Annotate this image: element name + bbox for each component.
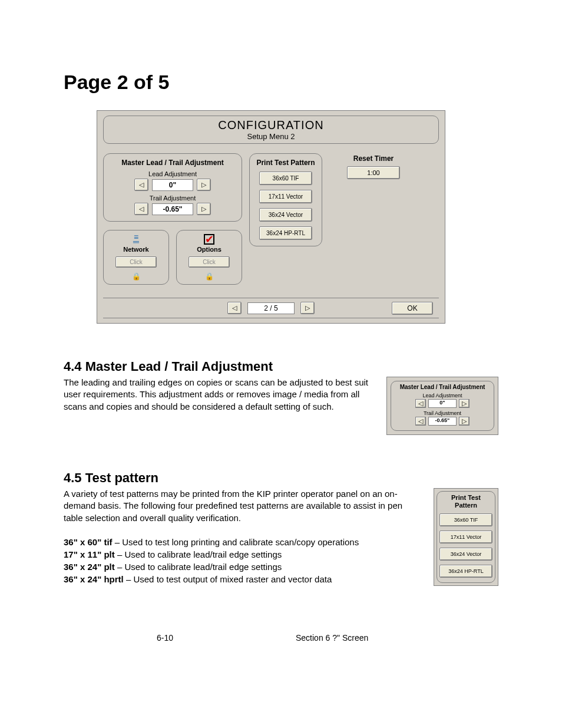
mini-print-17x11-button[interactable]: 17x11 Vector xyxy=(439,531,492,543)
mini-print-title: Print Test Pattern xyxy=(439,494,492,509)
lead-adjust-label: Lead Adjustment xyxy=(108,170,237,177)
trail-decrement-button[interactable] xyxy=(134,203,148,215)
reset-timer-value[interactable]: 1:00 xyxy=(347,166,400,179)
reset-timer-group: Reset Timer 1:00 xyxy=(329,153,418,179)
def-36x24-plt: 36" x 24" plt – Used to calibrate lead/t… xyxy=(64,561,422,573)
mini-print-panel: Print Test Pattern 36x60 TIF 17x11 Vecto… xyxy=(434,488,498,586)
mini-trail-inc-button[interactable] xyxy=(459,417,470,426)
trail-adjust-label: Trail Adjustment xyxy=(108,195,237,202)
print-36x24-vector-button[interactable]: 36x24 Vector xyxy=(259,208,312,222)
mini-lead-label: Lead Adjustment xyxy=(395,393,490,398)
network-card: ≡═ Network Click 🔒 xyxy=(103,230,169,285)
mini-print-36x24h-button[interactable]: 36x24 HP-RTL xyxy=(439,565,492,578)
config-title: CONFIGURATION xyxy=(104,118,438,132)
lead-decrement-button[interactable] xyxy=(134,179,148,191)
mini-trail-value: -0.65" xyxy=(428,417,457,426)
print-test-group: Print Test Pattern 36x60 TIF 17x11 Vecto… xyxy=(249,153,322,246)
mini-print-36x24v-button[interactable]: 36x24 Vector xyxy=(439,548,492,561)
config-footer: 2 / 5 OK xyxy=(103,298,439,318)
network-lock-icon: 🔒 xyxy=(106,272,166,281)
section-4-5-body: A variety of test patterns may be printe… xyxy=(64,488,422,524)
mini-trail-dec-button[interactable] xyxy=(415,417,426,426)
page-indicator: 2 / 5 xyxy=(247,302,295,314)
ok-button[interactable]: OK xyxy=(392,302,433,315)
page-prev-button[interactable] xyxy=(227,302,242,314)
config-panel: CONFIGURATION Setup Menu 2 Master Lead /… xyxy=(97,110,445,324)
network-label: Network xyxy=(106,246,166,253)
trail-increment-button[interactable] xyxy=(197,203,211,215)
print-17x11-vector-button[interactable]: 17x11 Vector xyxy=(259,190,312,203)
page-title: Page 2 of 5 xyxy=(64,71,498,94)
footer-page-number: 6-10 xyxy=(64,633,266,643)
options-check-icon xyxy=(204,234,214,245)
config-titlebar: CONFIGURATION Setup Menu 2 xyxy=(103,116,439,144)
page-next-button[interactable] xyxy=(300,302,315,314)
network-click-button[interactable]: Click xyxy=(115,256,157,268)
network-icon: ≡═ xyxy=(133,235,139,244)
def-36x60-tif: 36" x 60" tif – Used to test long printi… xyxy=(64,536,422,548)
mini-master-panel: Master Lead / Trail Adjustment Lead Adju… xyxy=(386,377,498,435)
mini-master-title: Master Lead / Trail Adjustment xyxy=(395,384,490,390)
page-footer: 6-10 Section 6 ?" Screen xyxy=(64,633,498,643)
section-4-5-heading: 4.5 Test pattern xyxy=(64,470,498,486)
mini-trail-label: Trail Adjustment xyxy=(395,410,490,416)
print-36x60-tif-button[interactable]: 36x60 TIF xyxy=(259,172,312,185)
trail-value: -0.65" xyxy=(152,203,193,215)
options-lock-icon: 🔒 xyxy=(179,272,239,281)
print-test-title: Print Test Pattern xyxy=(254,159,317,167)
print-36x24-hprtl-button[interactable]: 36x24 HP-RTL xyxy=(259,226,312,240)
options-label: Options xyxy=(179,246,239,253)
mini-lead-inc-button[interactable] xyxy=(459,399,470,408)
reset-timer-title: Reset Timer xyxy=(329,154,418,163)
mini-print-36x60-button[interactable]: 36x60 TIF xyxy=(439,513,492,526)
section-4-4-body: The leading and trailing edges on copies… xyxy=(64,377,375,413)
section-4-4-heading: 4.4 Master Lead / Trail Adjustment xyxy=(64,359,498,374)
config-subtitle: Setup Menu 2 xyxy=(104,132,438,141)
options-card: Options Click 🔒 xyxy=(176,230,242,285)
footer-section: Section 6 ?" Screen xyxy=(266,633,498,643)
options-click-button[interactable]: Click xyxy=(189,256,230,268)
test-pattern-definitions: 36" x 60" tif – Used to test long printi… xyxy=(64,536,422,585)
mini-lead-dec-button[interactable] xyxy=(415,399,426,408)
lead-value: 0" xyxy=(152,179,193,191)
mini-lead-value: 0" xyxy=(428,399,457,408)
def-17x11-plt: 17" x 11" plt – Used to calibrate lead/t… xyxy=(64,548,422,561)
lead-increment-button[interactable] xyxy=(197,179,211,191)
def-36x24-hprtl: 36" x 24" hprtl – Used to test output of… xyxy=(64,573,422,585)
master-adjust-title: Master Lead / Trail Adjustment xyxy=(108,159,237,167)
master-adjust-group: Master Lead / Trail Adjustment Lead Adju… xyxy=(103,153,242,222)
